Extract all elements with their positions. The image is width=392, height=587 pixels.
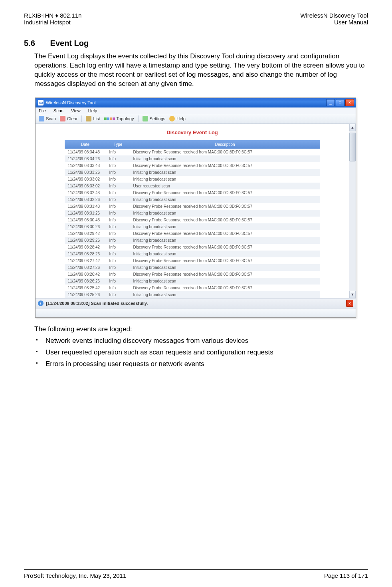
table-row[interactable]: 11/24/09 08:34:26InfoInitiating broadcas…: [65, 155, 320, 162]
menu-file[interactable]: File: [39, 108, 46, 113]
cell-type: Info: [106, 203, 130, 210]
table-row[interactable]: 11/24/09 08:29:26InfoInitiating broadcas…: [65, 237, 320, 244]
cell-desc: Discovery Probe Response received from M…: [130, 162, 320, 169]
col-type[interactable]: Type: [106, 140, 130, 149]
intro-paragraph: The Event Log displays the events collec…: [34, 52, 368, 89]
menu-view[interactable]: View: [71, 108, 81, 113]
cell-desc: Initiating broadcast scan: [130, 223, 320, 230]
toolbar-scan[interactable]: Scan: [39, 116, 56, 121]
info-icon: i: [38, 300, 44, 306]
cell-type: Info: [106, 149, 130, 155]
cell-desc: User requested scan: [130, 183, 320, 189]
table-row[interactable]: 11/24/09 08:31:26InfoInitiating broadcas…: [65, 210, 320, 217]
toolbar-settings[interactable]: Settings: [143, 116, 166, 121]
table-row[interactable]: 11/24/09 08:25:42InfoDiscovery Probe Res…: [65, 285, 320, 291]
cell-type: Info: [106, 210, 130, 217]
scroll-up-icon[interactable]: ▲: [349, 124, 356, 131]
cell-type: Info: [106, 230, 130, 237]
vertical-scrollbar[interactable]: ▲ ▼: [349, 124, 356, 298]
list-item: User requested operation such as scan re…: [34, 348, 368, 357]
scan-icon: [39, 116, 44, 121]
window-bottom-bar: [36, 308, 356, 317]
table-row[interactable]: 11/24/09 08:33:02InfoInitiating broadcas…: [65, 176, 320, 183]
cell-type: Info: [106, 264, 130, 271]
toolbar-clear[interactable]: Clear: [60, 116, 77, 121]
cell-desc: Discovery Probe Response received from M…: [130, 189, 320, 196]
status-text: [11/24/2009 08:33:02] Scan initiated suc…: [46, 301, 148, 306]
table-row[interactable]: 11/24/09 08:30:26InfoInitiating broadcas…: [65, 223, 320, 230]
cell-date: 11/24/09 08:33:02: [65, 176, 106, 183]
cell-date: 11/24/09 08:31:26: [65, 210, 106, 217]
list-icon: [86, 116, 91, 121]
table-row[interactable]: 11/24/09 08:25:26InfoInitiating broadcas…: [65, 291, 320, 298]
col-date[interactable]: Date: [65, 140, 106, 149]
cell-date: 11/24/09 08:28:42: [65, 244, 106, 251]
table-row[interactable]: 11/24/09 08:32:43InfoDiscovery Probe Res…: [65, 189, 320, 196]
col-desc[interactable]: Description: [130, 140, 320, 149]
events-list: Network events including discovery messa…: [34, 336, 368, 371]
cell-desc: Initiating broadcast scan: [130, 155, 320, 162]
menu-help[interactable]: Help: [88, 108, 97, 113]
toolbar-topology-label: Topology: [117, 116, 134, 121]
toolbar-separator: [138, 115, 139, 122]
cell-date: 11/24/09 08:28:26: [65, 251, 106, 257]
header-right-1: WirelessN Discovery Tool: [300, 12, 368, 19]
list-item: Network events including discovery messa…: [34, 336, 368, 346]
cell-type: Info: [106, 183, 130, 189]
event-log-table: Date Type Description 11/24/09 08:34:43I…: [65, 140, 320, 298]
section-heading: 5.6 Event Log: [24, 39, 368, 48]
close-button[interactable]: ×: [345, 99, 354, 106]
cell-date: 11/24/09 08:30:43: [65, 217, 106, 223]
table-row[interactable]: 11/24/09 08:31:43InfoDiscovery Probe Res…: [65, 203, 320, 210]
cell-type: Info: [106, 176, 130, 183]
cell-desc: Initiating broadcast scan: [130, 237, 320, 244]
app-icon: ▭: [38, 100, 44, 105]
toolbar-help[interactable]: Help: [169, 116, 186, 121]
scroll-thumb[interactable]: [349, 133, 356, 161]
table-row[interactable]: 11/24/09 08:32:26InfoInitiating broadcas…: [65, 196, 320, 203]
cell-date: 11/24/09 08:26:26: [65, 278, 106, 285]
cell-date: 11/24/09 08:31:43: [65, 203, 106, 210]
footer-date: May 23, 2011: [90, 572, 126, 579]
cell-date: 11/24/09 08:29:26: [65, 237, 106, 244]
footer-page-number: Page 113 of 171: [324, 572, 368, 579]
toolbar-list[interactable]: List: [86, 116, 100, 121]
menu-scan[interactable]: Scan: [53, 108, 63, 113]
minimize-button[interactable]: _: [326, 99, 335, 106]
table-row[interactable]: 11/24/09 08:33:43InfoDiscovery Probe Res…: [65, 162, 320, 169]
cell-desc: Initiating broadcast scan: [130, 264, 320, 271]
cell-desc: Initiating broadcast scan: [130, 291, 320, 298]
cell-type: Info: [106, 237, 130, 244]
table-row[interactable]: 11/24/09 08:28:42InfoDiscovery Probe Res…: [65, 244, 320, 251]
table-row[interactable]: 11/24/09 08:27:42InfoDiscovery Probe Res…: [65, 257, 320, 264]
cell-desc: Discovery Probe Response received from M…: [130, 217, 320, 223]
table-row[interactable]: 11/24/09 08:30:43InfoDiscovery Probe Res…: [65, 217, 320, 223]
table-row[interactable]: 11/24/09 08:33:26InfoInitiating broadcas…: [65, 169, 320, 176]
table-row[interactable]: 11/24/09 08:34:43InfoDiscovery Probe Res…: [65, 149, 320, 155]
table-row[interactable]: 11/24/09 08:29:42InfoDiscovery Probe Res…: [65, 230, 320, 237]
maximize-button[interactable]: □: [336, 99, 344, 106]
cell-desc: Initiating broadcast scan: [130, 196, 320, 203]
cell-type: Info: [106, 162, 130, 169]
cell-type: Info: [106, 217, 130, 223]
scroll-down-icon[interactable]: ▼: [349, 291, 356, 298]
table-row[interactable]: 11/24/09 08:28:26InfoInitiating broadcas…: [65, 251, 320, 257]
toolbar-settings-label: Settings: [150, 116, 166, 121]
cell-date: 11/24/09 08:27:42: [65, 257, 106, 264]
cell-type: Info: [106, 271, 130, 278]
status-close-icon[interactable]: ×: [346, 300, 353, 307]
cell-date: 11/24/09 08:34:43: [65, 149, 106, 155]
section-number: 5.6: [24, 39, 48, 48]
toolbar-scan-label: Scan: [46, 116, 56, 121]
table-row[interactable]: 11/24/09 08:33:02InfoUser requested scan: [65, 183, 320, 189]
table-row[interactable]: 11/24/09 08:26:42InfoDiscovery Probe Res…: [65, 271, 320, 278]
toolbar-separator: [81, 115, 82, 122]
cell-type: Info: [106, 257, 130, 264]
window-titlebar[interactable]: ▭ WirelessN Discovery Tool _ □ ×: [36, 98, 356, 107]
cell-date: 11/24/09 08:33:26: [65, 169, 106, 176]
cell-desc: Initiating broadcast scan: [130, 169, 320, 176]
toolbar-help-label: Help: [176, 116, 186, 121]
toolbar-topology[interactable]: Topology: [104, 116, 134, 121]
table-row[interactable]: 11/24/09 08:26:26InfoInitiating broadcas…: [65, 278, 320, 285]
table-row[interactable]: 11/24/09 08:27:26InfoInitiating broadcas…: [65, 264, 320, 271]
